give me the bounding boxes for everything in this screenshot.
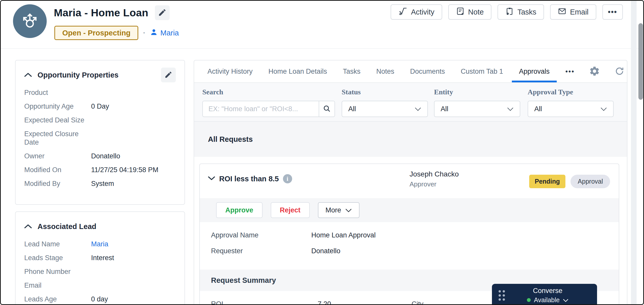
collapse-opportunity-properties[interactable] bbox=[24, 72, 32, 78]
approver-role: Approver bbox=[410, 180, 459, 188]
person-icon bbox=[150, 28, 158, 38]
tab-overflow-button[interactable]: ••• bbox=[565, 68, 575, 75]
panel-title: Opportunity Properties bbox=[38, 71, 118, 79]
info-icon[interactable]: i bbox=[283, 174, 292, 183]
tab-home-loan-details[interactable]: Home Loan Details bbox=[268, 60, 327, 82]
field-row: Leads StageInterest bbox=[24, 254, 176, 262]
refresh-button[interactable] bbox=[614, 66, 625, 77]
entity-select[interactable]: All bbox=[434, 101, 520, 117]
approve-button[interactable]: Approve bbox=[216, 202, 263, 218]
activity-icon bbox=[398, 7, 407, 18]
type-badge: Approval bbox=[571, 175, 610, 188]
chevron-down-icon bbox=[415, 105, 421, 113]
approval-type-label: Approval Type bbox=[528, 88, 614, 96]
associated-lead-panel: Associated Lead Lead NameMaria Leads Sta… bbox=[15, 211, 185, 305]
field-row: Approval NameHome Loan Approval bbox=[211, 231, 619, 247]
tasks-button[interactable]: Tasks bbox=[498, 4, 544, 20]
chevron-down-icon bbox=[507, 105, 514, 113]
field-row: RequesterDonatello bbox=[211, 247, 619, 263]
status-badge: Pending bbox=[529, 175, 566, 188]
approver-name: Joseph Chacko bbox=[410, 170, 459, 178]
summary-title: Request Summary bbox=[211, 276, 276, 285]
availability-dropdown[interactable]: Available bbox=[527, 296, 568, 304]
chevron-down-icon bbox=[208, 176, 215, 181]
field-row: Leads Age0 day bbox=[24, 295, 176, 303]
field-row: Phone Number bbox=[24, 268, 176, 276]
status-select[interactable]: All bbox=[342, 101, 428, 117]
field-row: Modified On11/27/25 04:19:58 PM bbox=[24, 166, 176, 174]
field-row: Expected Closure Date bbox=[24, 130, 176, 147]
field-row: Lead NameMaria bbox=[24, 240, 176, 248]
ellipsis-icon: ••• bbox=[608, 8, 617, 16]
page-title: Maria - Home Loan bbox=[54, 7, 148, 19]
filter-bar: Search Status All bbox=[194, 83, 627, 122]
chevron-up-icon bbox=[24, 72, 32, 78]
field-row: Email bbox=[24, 281, 176, 290]
field-row: Opportunity Age0 Day bbox=[24, 102, 176, 111]
tab-documents[interactable]: Documents bbox=[410, 60, 445, 82]
edit-properties-button[interactable] bbox=[161, 68, 176, 82]
note-icon bbox=[456, 7, 465, 17]
chevron-up-icon bbox=[24, 224, 32, 229]
converse-widget[interactable]: Converse Available bbox=[492, 284, 597, 305]
all-requests-band: All Requests bbox=[194, 122, 627, 157]
collapse-associated-lead[interactable] bbox=[24, 224, 32, 229]
available-status-dot bbox=[527, 298, 531, 302]
request-actions: Approve Reject More bbox=[200, 198, 619, 222]
email-icon bbox=[558, 7, 566, 17]
app-window: Maria - Home Loan Open - Prospecting · bbox=[0, 0, 644, 305]
lead-link[interactable]: Maria bbox=[150, 28, 179, 38]
approver-block: Joseph Chacko Approver bbox=[410, 170, 459, 188]
chevron-down-icon bbox=[345, 206, 352, 214]
status-label: Status bbox=[342, 88, 428, 96]
converse-title: Converse bbox=[533, 287, 563, 295]
pencil-icon bbox=[158, 8, 167, 18]
tab-tasks[interactable]: Tasks bbox=[343, 60, 361, 82]
search-label: Search bbox=[202, 88, 335, 96]
opportunity-split-icon bbox=[20, 11, 40, 32]
activity-button[interactable]: Activity bbox=[391, 4, 442, 20]
approval-type-select[interactable]: All bbox=[528, 101, 614, 117]
panel-title: Associated Lead bbox=[38, 222, 96, 231]
record-tabs-panel: Activity History Home Loan Details Tasks… bbox=[194, 60, 627, 305]
search-submit-button[interactable] bbox=[319, 101, 335, 117]
tab-custom-tab-1[interactable]: Custom Tab 1 bbox=[461, 60, 503, 82]
opportunity-properties-panel: Opportunity Properties Product Opportuni… bbox=[15, 60, 185, 205]
tab-notes[interactable]: Notes bbox=[376, 60, 394, 82]
separator-dot: · bbox=[143, 29, 145, 37]
tasks-icon bbox=[505, 7, 514, 17]
status-filter: Status All bbox=[342, 88, 428, 117]
edit-title-button[interactable] bbox=[155, 5, 170, 20]
tab-bar: Activity History Home Loan Details Tasks… bbox=[194, 60, 627, 83]
more-actions-button[interactable]: More bbox=[318, 202, 360, 218]
field-row: Expected Deal Size bbox=[24, 116, 176, 124]
email-button[interactable]: Email bbox=[550, 4, 596, 20]
scrollbar-track[interactable] bbox=[631, 1, 637, 304]
pencil-icon bbox=[164, 71, 172, 80]
field-row: OwnerDonatello bbox=[24, 152, 176, 160]
roi-label: ROI bbox=[211, 300, 223, 305]
section-title: All Requests bbox=[208, 135, 253, 144]
reject-button[interactable]: Reject bbox=[271, 202, 310, 218]
city-label: City bbox=[412, 300, 424, 305]
search-input[interactable] bbox=[203, 101, 319, 117]
opportunity-avatar bbox=[13, 4, 47, 38]
note-button[interactable]: Note bbox=[448, 4, 491, 20]
collapse-request-button[interactable] bbox=[208, 176, 215, 181]
lead-name-link[interactable]: Maria bbox=[91, 240, 108, 248]
search-filter: Search bbox=[202, 88, 335, 117]
tab-activity-history[interactable]: Activity History bbox=[207, 60, 253, 82]
roi-value: 7.20 bbox=[318, 300, 331, 305]
tab-approvals[interactable]: Approvals bbox=[519, 60, 550, 82]
stage-badge[interactable]: Open - Prospecting bbox=[54, 26, 138, 40]
opportunity-header: Maria - Home Loan Open - Prospecting · bbox=[1, 1, 643, 49]
gear-icon bbox=[589, 66, 600, 78]
chevron-down-icon bbox=[563, 296, 568, 304]
search-icon bbox=[323, 104, 331, 114]
field-row: Product bbox=[24, 88, 176, 97]
settings-gear-button[interactable] bbox=[589, 66, 600, 78]
scrollbar-thumb[interactable] bbox=[638, 23, 643, 100]
header-more-button[interactable]: ••• bbox=[602, 4, 623, 20]
drag-handle-icon[interactable] bbox=[499, 290, 505, 301]
refresh-icon bbox=[614, 66, 625, 77]
